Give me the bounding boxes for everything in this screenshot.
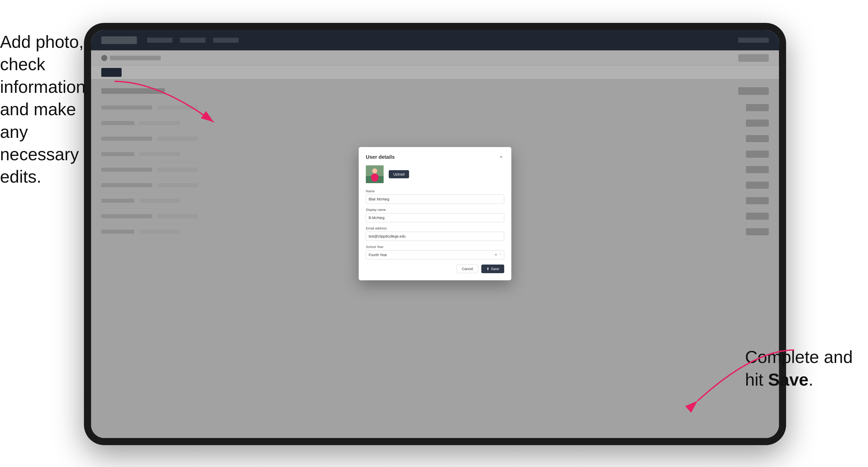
photo-section: Upload	[366, 165, 504, 183]
annotation-left: Add photo, check information and make an…	[0, 31, 107, 188]
save-icon: ⬆	[487, 267, 490, 271]
svg-point-2	[372, 168, 377, 174]
annotation-right-save-bold: Save	[768, 370, 808, 389]
display-name-input[interactable]	[366, 213, 504, 222]
school-year-label: School Year	[366, 245, 504, 249]
school-year-field-group: School Year × ⌃	[366, 245, 504, 259]
cancel-button[interactable]: Cancel	[456, 264, 478, 273]
svg-rect-4	[371, 175, 378, 179]
name-input[interactable]	[366, 195, 504, 204]
annotation-right-line2-prefix: hit	[745, 370, 768, 389]
tablet-screen: User details × Uploa	[91, 30, 779, 438]
select-arrow-icon[interactable]: ⌃	[499, 253, 502, 257]
email-field-group: Email address	[366, 226, 504, 241]
user-photo-svg	[366, 165, 384, 183]
modal-footer: Cancel ⬆ Save	[366, 264, 504, 273]
school-year-input[interactable]	[366, 250, 504, 259]
tablet-device: User details × Uploa	[84, 23, 786, 445]
school-year-select-wrapper: × ⌃	[366, 250, 504, 259]
modal-title: User details	[366, 154, 395, 160]
annotation-right: Complete and hit Save.	[745, 346, 853, 391]
modal-close-button[interactable]: ×	[498, 154, 504, 160]
annotation-right-line1: Complete and	[745, 347, 853, 367]
email-label: Email address	[366, 226, 504, 230]
display-name-field-group: Display name	[366, 208, 504, 222]
annotation-right-line2-suffix: .	[808, 370, 813, 389]
name-field-group: Name	[366, 189, 504, 204]
select-clear-icon[interactable]: ×	[495, 253, 497, 257]
user-details-modal: User details × Uploa	[359, 147, 512, 280]
name-label: Name	[366, 189, 504, 193]
save-label: Save	[491, 267, 499, 271]
upload-photo-button[interactable]: Upload	[389, 170, 409, 178]
display-name-label: Display name	[366, 208, 504, 212]
user-photo-thumbnail	[366, 165, 384, 183]
save-button[interactable]: ⬆ Save	[481, 264, 504, 273]
modal-header: User details ×	[366, 154, 504, 160]
email-input[interactable]	[366, 232, 504, 241]
annotation-left-text: Add photo, check information and make an…	[0, 32, 86, 186]
